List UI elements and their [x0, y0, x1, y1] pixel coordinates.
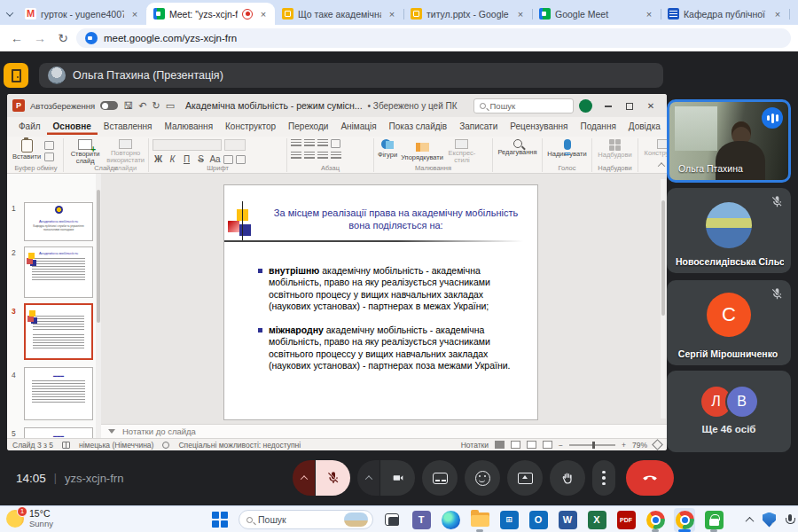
start-button[interactable] [209, 508, 231, 532]
file-explorer-app[interactable] [469, 508, 490, 532]
undo-icon[interactable]: ↶ [138, 101, 146, 111]
notes-bar[interactable]: Нотатки до слайда [101, 424, 667, 438]
weather-widget[interactable]: 1 15°C Sunny [6, 509, 53, 528]
tab-search-chevron-icon[interactable] [2, 4, 18, 25]
underline-button[interactable]: П [181, 154, 192, 164]
chrome-app-1[interactable] [645, 508, 666, 532]
save-status[interactable]: • Збережено у цей ПК [368, 101, 458, 111]
ribbon-tab-slideshow[interactable]: Показ слайдів [383, 119, 454, 135]
close-icon[interactable]: ✕ [640, 101, 661, 111]
leave-call-button[interactable] [626, 460, 674, 496]
reactions-button[interactable] [465, 460, 500, 496]
notes-collapse-icon[interactable] [108, 429, 115, 434]
italic-button[interactable]: К [167, 154, 178, 164]
editing-button[interactable]: Редагування [497, 139, 538, 156]
highlight-icon[interactable] [223, 155, 233, 164]
ribbon-tab-draw[interactable]: Малювання [158, 119, 219, 135]
font-color-icon[interactable] [236, 155, 246, 164]
accessibility-status[interactable]: Спеціальні можливості: недоступні [178, 441, 301, 450]
participant-tile-2[interactable]: Новоселидівська Сільс... [667, 188, 791, 273]
ribbon-tab-record[interactable]: Записати [453, 119, 504, 135]
autosave-toggle[interactable] [100, 101, 118, 110]
normal-view-icon[interactable] [495, 441, 505, 449]
tray-chevron-up-icon[interactable] [746, 516, 755, 525]
addins-button[interactable]: Надбудови [596, 139, 634, 159]
slideshow-view-icon[interactable] [543, 441, 552, 449]
mic-muted-button[interactable] [316, 460, 350, 496]
ppt-search-box[interactable]: Пошук [473, 98, 574, 113]
slide-scrollbar[interactable] [661, 179, 666, 419]
reload-icon[interactable]: ↻ [53, 28, 73, 48]
tab-close-icon[interactable]: × [643, 8, 655, 20]
tab-close-icon[interactable]: × [771, 8, 784, 20]
tab-kafedra[interactable]: Кафедра публічної служб × [661, 3, 789, 25]
forward-icon[interactable]: → [30, 28, 50, 48]
mic-options-chevron-icon[interactable] [293, 460, 315, 496]
reading-view-icon[interactable] [527, 441, 536, 449]
camera-button[interactable] [380, 460, 415, 496]
ribbon-tab-design[interactable]: Конструктор [219, 119, 282, 135]
slide-canvas[interactable]: За місцем реалізації права на академічну… [223, 184, 538, 420]
quick-styles-button[interactable]: Експрес-стилі [447, 139, 477, 165]
tab-meet-active[interactable]: Meet: "yzs-xcjn-frn" × [146, 3, 275, 25]
tab-gmail[interactable]: M гурток - yugene4007@gm × [18, 3, 146, 25]
ribbon-tab-insert[interactable]: Вставлення [98, 119, 159, 135]
ribbon-tab-review[interactable]: Рецензування [504, 119, 574, 135]
account-avatar[interactable] [579, 99, 592, 113]
font-name-select[interactable] [153, 139, 222, 151]
slide-thumbnail-1[interactable]: Академічна мобільність Кафедра публічної… [24, 202, 93, 241]
security-shield-icon[interactable] [763, 512, 776, 528]
outlook-app[interactable]: O [528, 508, 549, 532]
indent-icon[interactable] [317, 139, 328, 148]
camera-control[interactable] [357, 460, 415, 496]
task-view-button[interactable] [381, 508, 403, 532]
align-right-icon[interactable] [317, 152, 328, 160]
word-app[interactable]: W [557, 508, 578, 532]
copy-icon[interactable] [44, 153, 54, 161]
text-direction-icon[interactable] [331, 139, 340, 148]
language-indicator[interactable]: німецька (Німеччина) [79, 441, 153, 450]
camera-options-chevron-icon[interactable] [357, 460, 379, 496]
captions-button[interactable] [422, 460, 458, 496]
tray-microphone-icon[interactable] [786, 514, 794, 526]
ribbon-tab-transitions[interactable]: Переходи [282, 119, 334, 135]
dictate-button[interactable]: Надиктувати [546, 139, 588, 158]
address-bar[interactable]: meet.google.com/yzs-xcjn-frn [76, 28, 791, 48]
minimize-icon[interactable] [598, 101, 619, 111]
restore-icon[interactable] [619, 101, 640, 111]
raise-hand-button[interactable] [550, 460, 585, 496]
tab-close-icon[interactable]: × [257, 8, 270, 20]
tab-close-icon[interactable]: × [514, 8, 527, 20]
more-options-button[interactable] [592, 460, 615, 496]
font-size-select[interactable] [224, 139, 246, 151]
notes-toggle-button[interactable]: Нотатки [461, 441, 489, 450]
proofing-book-icon[interactable] [62, 442, 70, 449]
pdf-app[interactable]: PDF [615, 508, 637, 532]
zoom-slider[interactable] [569, 444, 615, 446]
ribbon-tab-file[interactable]: Файл [12, 119, 47, 135]
zoom-out-icon[interactable]: − [559, 441, 563, 450]
cut-icon[interactable] [44, 141, 54, 150]
participant-tile-presenter[interactable]: Ольга Птахина [667, 99, 791, 183]
mic-control[interactable] [293, 460, 350, 496]
lock-app[interactable] [703, 508, 724, 532]
paste-button[interactable]: Вставити [12, 139, 41, 160]
fit-slide-icon[interactable] [652, 439, 663, 450]
taskbar-search[interactable]: Пошук [239, 510, 373, 529]
slide-sorter-icon[interactable] [511, 441, 520, 449]
slide-thumbnail-5[interactable]: ▬▬▬ [24, 427, 93, 438]
present-screen-button[interactable] [507, 460, 543, 496]
microsoft-store-app[interactable]: ⊞ [498, 508, 520, 532]
align-center-icon[interactable] [304, 152, 315, 160]
tab-slides-1[interactable]: Що таке академічна добр × [275, 3, 403, 25]
bold-button[interactable]: Ж [153, 154, 164, 164]
slide-thumbnail-2[interactable]: Академічна мобільність [24, 246, 93, 298]
overflow-participants-tile[interactable]: Л В Ще 46 осіб [667, 371, 791, 452]
participant-tile-3[interactable]: С Сергій Мірошниченко [667, 280, 791, 365]
ribbon-tab-view[interactable]: Подання [574, 119, 622, 135]
change-case-button[interactable]: Aa [209, 154, 221, 164]
numbering-icon[interactable] [304, 139, 315, 148]
door-extension-button[interactable] [4, 63, 28, 88]
arrange-button[interactable]: Упорядкувати [401, 139, 443, 162]
excel-app[interactable]: X [586, 508, 607, 532]
